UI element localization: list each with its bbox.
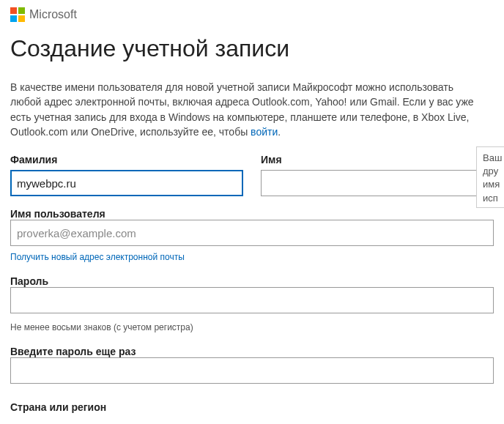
firstname-input[interactable]: [261, 170, 494, 196]
username-label: Имя пользователя: [10, 208, 105, 220]
username-input[interactable]: [10, 220, 494, 246]
page-title: Создание учетной записи: [10, 35, 494, 62]
tooltip-line: имя: [483, 178, 501, 191]
microsoft-logo-icon: [10, 7, 25, 22]
tooltip-line: исп: [483, 192, 501, 205]
password-confirm-label: Введите пароль еще раз: [10, 346, 136, 357]
intro-after: .: [278, 126, 281, 138]
brand-header: Microsoft: [10, 7, 494, 22]
password-input[interactable]: [10, 287, 494, 313]
side-tooltip: Ваш дру имя исп: [476, 146, 504, 208]
password-hint: Не менее восьми знаков (с учетом регистр…: [10, 322, 494, 332]
tooltip-line: Ваш: [483, 152, 501, 165]
intro-text: В качестве имени пользователя для новой …: [10, 80, 479, 139]
surname-input[interactable]: [10, 170, 243, 196]
password-confirm-input[interactable]: [10, 357, 494, 384]
intro-before: В качестве имени пользователя для новой …: [10, 81, 474, 138]
brand-name: Microsoft: [29, 8, 77, 21]
surname-label: Фамилия: [10, 154, 243, 165]
signin-link[interactable]: войти: [251, 126, 278, 138]
password-label: Пароль: [10, 275, 48, 287]
new-email-link[interactable]: Получить новый адрес электронной почты: [10, 252, 185, 262]
tooltip-line: дру: [483, 165, 501, 178]
country-label: Страна или регион: [10, 401, 106, 413]
firstname-label: Имя: [261, 154, 494, 165]
